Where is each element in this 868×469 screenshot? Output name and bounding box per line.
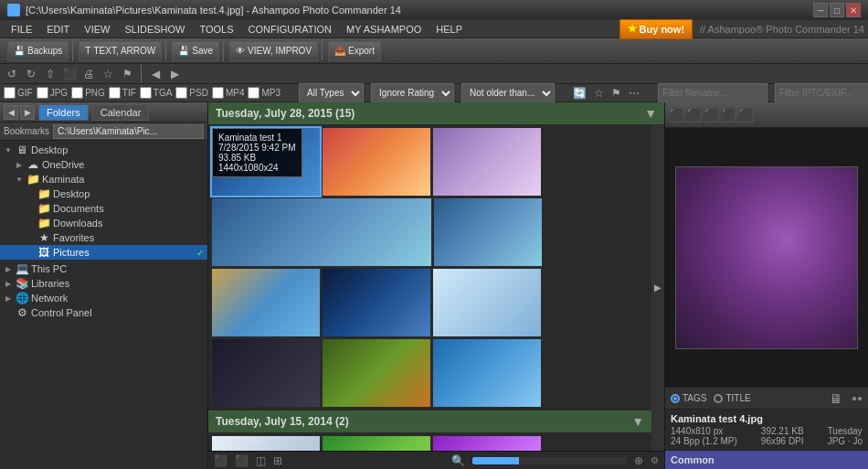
- folders-tab[interactable]: Folders: [38, 104, 89, 121]
- menu-slideshow[interactable]: SLIDESHOW: [117, 22, 192, 37]
- gif-filter[interactable]: GIF: [4, 87, 33, 99]
- right-tool-icon2[interactable]: ⬛: [686, 108, 702, 123]
- tag-filter-icon[interactable]: ⚑: [611, 85, 621, 101]
- tree-item-kaminata[interactable]: ▼ 📁 Kaminata: [0, 172, 207, 187]
- backups-button[interactable]: 💾 Backups: [7, 41, 69, 61]
- tif-filter[interactable]: TIF: [109, 87, 136, 99]
- tga-filter[interactable]: TGA: [140, 87, 173, 99]
- dots-menu[interactable]: ●●: [852, 393, 863, 403]
- right-tool-icon3[interactable]: ⬛: [704, 108, 719, 123]
- tree-item-network[interactable]: ▶ 🌐 Network: [0, 291, 207, 305]
- thumbnail-10[interactable]: [323, 339, 430, 407]
- expand-icon[interactable]: ▶: [4, 265, 13, 273]
- rotate-left-icon[interactable]: ↺: [4, 66, 20, 82]
- grid-scroll-right[interactable]: ▶: [651, 124, 664, 451]
- thumbnail-11[interactable]: [433, 339, 541, 407]
- thumbnail-9[interactable]: [212, 339, 320, 407]
- export-button[interactable]: 📤 Export: [328, 41, 381, 61]
- buy-now-button[interactable]: ★ Buy now!: [619, 19, 693, 39]
- status-icon-2[interactable]: ⬛: [235, 454, 249, 467]
- thumbnail-5[interactable]: [434, 198, 542, 266]
- nav-right-icon[interactable]: ▶: [166, 66, 183, 82]
- tag-icon[interactable]: ⚑: [119, 66, 135, 82]
- expand-icon[interactable]: ▶: [4, 294, 13, 303]
- close-button[interactable]: ✕: [846, 3, 861, 17]
- minimize-button[interactable]: ─: [813, 3, 828, 17]
- share-icon[interactable]: ⇧: [42, 66, 58, 82]
- menu-view[interactable]: VIEW: [77, 22, 117, 37]
- thumbnail-grid[interactable]: Kaminata test 1 7/28/2015 9:42 PM 93.85 …: [208, 124, 651, 451]
- expand-icon[interactable]: ▼: [15, 176, 24, 184]
- menu-edit[interactable]: EDIT: [39, 22, 77, 37]
- right-tool-icon4[interactable]: ⬛: [721, 108, 736, 123]
- type-select[interactable]: All Types: [299, 83, 364, 103]
- save-button[interactable]: 💾 Save: [172, 41, 219, 61]
- title-radio[interactable]: TITLE: [714, 393, 750, 403]
- menu-configuration[interactable]: CONFIGURATION: [241, 22, 339, 37]
- right-tool-icon1[interactable]: ⬛: [669, 108, 684, 123]
- tree-item-thispc[interactable]: ▶ 💻 This PC: [0, 261, 207, 276]
- thumbnail-7[interactable]: [323, 269, 430, 336]
- status-icon-3[interactable]: ◫: [256, 454, 266, 467]
- thumbnail-14[interactable]: [433, 436, 541, 451]
- thumbnail-8[interactable]: [433, 269, 541, 336]
- status-icon-1[interactable]: ⬛: [214, 454, 228, 467]
- thumbnail-2[interactable]: [323, 128, 430, 196]
- tree-item-desktop-sub[interactable]: 📁 Desktop: [0, 187, 207, 201]
- tree-item-documents[interactable]: 📁 Documents: [0, 201, 207, 216]
- menu-my-ashampoo[interactable]: MY ASHAMPOO: [339, 22, 429, 37]
- text-arrow-button[interactable]: T TEXT, ARROW: [79, 41, 162, 61]
- view-improv-button[interactable]: 👁 VIEW, IMPROV: [229, 41, 318, 61]
- thumbnail-3[interactable]: [433, 128, 541, 196]
- tree-item-onedrive[interactable]: ▶ ☁ OneDrive: [0, 157, 207, 172]
- png-filter[interactable]: PNG: [71, 87, 105, 99]
- expand-icon[interactable]: ▶: [4, 280, 13, 288]
- status-icon-4[interactable]: ⊞: [273, 454, 282, 467]
- collapse-section1-button[interactable]: ▼: [644, 106, 657, 121]
- zoom-in-icon[interactable]: ⊕: [634, 454, 643, 467]
- zoom-slider[interactable]: [472, 457, 627, 464]
- tree-item-favorites[interactable]: ★ Favorites: [0, 230, 207, 245]
- menu-tools[interactable]: TOOLS: [192, 22, 240, 37]
- expand-icon[interactable]: ▼: [4, 146, 13, 155]
- bookmarks-path[interactable]: C:\Users\Kaminata\Pic...: [53, 124, 204, 139]
- expand-icon[interactable]: ▶: [15, 161, 24, 169]
- tree-item-pictures[interactable]: 🖼 Pictures ✓: [0, 245, 207, 260]
- nav-back-button[interactable]: ◀: [4, 105, 18, 120]
- age-select[interactable]: Not older than...: [461, 83, 555, 103]
- collapse-section2-button[interactable]: ▼: [631, 414, 644, 429]
- rotate-right-icon[interactable]: ↻: [23, 66, 39, 82]
- tree-item-desktop[interactable]: ▼ 🖥 Desktop: [0, 143, 207, 157]
- print-icon[interactable]: 🖨: [80, 66, 97, 82]
- nav-left-icon[interactable]: ◀: [147, 66, 164, 82]
- thumbnail-13[interactable]: [323, 436, 430, 451]
- jpg-filter[interactable]: JPG: [37, 87, 68, 99]
- rating-select[interactable]: Ignore Rating: [371, 83, 454, 103]
- thumbnail-4[interactable]: [212, 198, 431, 266]
- menu-help[interactable]: HELP: [429, 22, 470, 37]
- tree-item-controlpanel[interactable]: ⚙ Control Panel: [0, 305, 207, 320]
- common-bar[interactable]: Common: [665, 451, 868, 469]
- star-filter-icon[interactable]: ☆: [594, 85, 604, 101]
- file-tree[interactable]: ▼ 🖥 Desktop ▶ ☁ OneDrive ▼ 📁 Kaminata 📁 …: [0, 141, 207, 469]
- mp3-filter[interactable]: MP3: [248, 87, 281, 99]
- star-icon[interactable]: ☆: [100, 66, 116, 82]
- thumbnail-1[interactable]: Kaminata test 1 7/28/2015 9:42 PM 93.85 …: [212, 128, 320, 196]
- titlebar-controls[interactable]: ─ □ ✕: [813, 3, 861, 17]
- nav-forward-button[interactable]: ▶: [20, 105, 35, 120]
- maximize-button[interactable]: □: [830, 3, 844, 17]
- mp4-filter[interactable]: MP4: [212, 87, 245, 99]
- refresh-icon[interactable]: 🔄: [573, 85, 587, 101]
- fill-icon[interactable]: ⬛: [61, 66, 78, 82]
- tree-item-libraries[interactable]: ▶ 📚 Libraries: [0, 276, 207, 291]
- calendar-tab[interactable]: Calendar: [92, 104, 150, 121]
- thumbnail-6[interactable]: [212, 269, 320, 336]
- menu-file[interactable]: FILE: [4, 22, 39, 37]
- tags-radio[interactable]: TAGS: [671, 393, 706, 403]
- filename-filter-input[interactable]: [658, 83, 767, 103]
- zoom-out-icon[interactable]: 🔍: [451, 454, 465, 467]
- tree-item-downloads[interactable]: 📁 Downloads: [0, 216, 207, 230]
- title-radio-dot[interactable]: [714, 394, 723, 403]
- tags-radio-dot[interactable]: [671, 394, 680, 403]
- thumbnail-12[interactable]: [212, 436, 320, 451]
